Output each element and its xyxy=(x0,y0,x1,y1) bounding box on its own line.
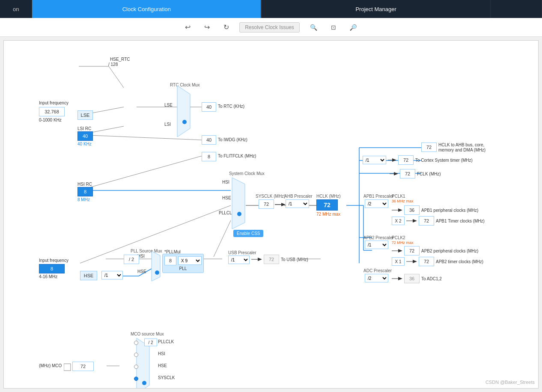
fit-button[interactable]: ⊡ xyxy=(328,22,339,33)
lsi-rtc-label: LSI xyxy=(164,122,171,127)
mco-hse-label: HSE xyxy=(158,363,167,368)
apb1-prescaler-select[interactable]: /2/1/4 xyxy=(365,199,388,208)
cortex-value[interactable]: 72 xyxy=(398,155,414,165)
pll-value[interactable]: 8 xyxy=(164,256,176,265)
pll-mul-select[interactable]: X 9X 2X 3 xyxy=(178,256,202,265)
div128-label: / 128 xyxy=(108,62,118,67)
apb1-timer-value[interactable]: 72 xyxy=(419,216,434,226)
lsi-khz: 40 KHz xyxy=(77,142,92,146)
apb2-timer-value[interactable]: 72 xyxy=(419,257,434,266)
input-freq1-label: Input frequency xyxy=(39,101,68,105)
ahb-prescaler-select[interactable]: /1/2/4/8 xyxy=(286,199,309,208)
svg-point-60 xyxy=(142,381,146,385)
rtc-out-label: To RTC (KHz) xyxy=(218,104,244,109)
apb1-prescaler-label: APB1 Prescaler xyxy=(363,194,394,199)
mco-radio-hse[interactable] xyxy=(134,365,138,369)
adc-arrow xyxy=(392,276,402,281)
hsi-mhz: 8 MHz xyxy=(77,197,90,202)
lse-box[interactable]: LSE xyxy=(77,110,93,120)
flitfclk-label: To FLITFCLK (MHz) xyxy=(218,154,256,158)
mco-pllclk-label: PLLCLK xyxy=(158,339,174,344)
apb2-periph-value[interactable]: 72 xyxy=(404,246,420,255)
hclk-ahb-label: HCLK to AHB bus, core, xyxy=(438,143,484,147)
svg-marker-54 xyxy=(398,277,402,280)
mco-radio-sysclk[interactable] xyxy=(134,377,138,381)
hclk-ahb-value[interactable]: 72 xyxy=(421,143,437,152)
svg-marker-40 xyxy=(281,203,286,206)
apb2-periph-row: 72 APB2 peripheral clocks (MHz) xyxy=(392,246,478,255)
fclk-row: 72 FCLK (MHz) xyxy=(363,169,441,178)
usb-div-select[interactable]: /1 xyxy=(228,255,250,264)
enable-css-button[interactable]: Enable CSS xyxy=(233,230,263,237)
hse-box[interactable]: HSE xyxy=(80,271,97,280)
lsi-value[interactable]: 40 xyxy=(77,131,93,141)
iwdg-label: To IWDG (KHz) xyxy=(218,137,247,142)
apb1-periph-label: APB1 peripheral clocks (MHz) xyxy=(421,208,478,213)
pclk2-max: 72 MHz max xyxy=(392,241,414,245)
redo-button[interactable]: ↪ xyxy=(201,21,213,33)
svg-marker-50 xyxy=(398,249,402,252)
svg-marker-37 xyxy=(232,178,245,229)
mco-radio-hsi[interactable] xyxy=(134,353,138,357)
adc-value[interactable]: 36 xyxy=(404,274,420,283)
adc-prescaler-select[interactable]: /2/4/6/8 xyxy=(365,274,388,282)
apb1-timer-label: APB1 Timer clocks (MHz) xyxy=(436,219,485,223)
zoom-out-button[interactable]: 🔍 xyxy=(346,22,360,33)
svg-line-8 xyxy=(79,156,201,190)
rtc-out-value[interactable]: 40 xyxy=(202,102,216,112)
fclk-value[interactable]: 72 xyxy=(400,169,415,178)
watermark: CSDN @Baker_Streets xyxy=(485,380,535,385)
hclk-ahb-label2: memory and DMA (MHz) xyxy=(438,148,485,152)
rtc-mux-shape xyxy=(175,86,192,137)
lsi-rc-label: LSI RC xyxy=(77,126,91,131)
pclk1-label: PCLK1 xyxy=(392,194,405,199)
usb-arrow xyxy=(251,257,262,261)
pclk2-label: PCLK2 xyxy=(392,235,405,240)
svg-line-1 xyxy=(109,66,124,88)
pll-label: PLL xyxy=(164,266,202,271)
iwdg-value[interactable]: 40 xyxy=(202,135,216,145)
hse-div-select[interactable]: /1 xyxy=(101,271,123,279)
input-freq2-value[interactable]: 8 xyxy=(39,264,65,273)
svg-marker-48 xyxy=(413,219,417,223)
undo-button[interactable]: ↩ xyxy=(182,21,194,33)
nav-project-manager[interactable]: Project Manager xyxy=(261,0,491,18)
hsi-rc-label: HSI RC xyxy=(77,182,92,187)
input-freq1-value[interactable]: 32.768 xyxy=(39,107,65,116)
apb2-timer-label: APB2 timer clocks (MHz) xyxy=(436,259,483,264)
mco-hsi-label: HSI xyxy=(158,351,165,356)
nav-ion[interactable]: on xyxy=(0,0,32,18)
mco-out-label: (MHz) MCO xyxy=(39,363,62,368)
cortex-div-select[interactable]: /1 xyxy=(363,156,386,164)
usb-value[interactable]: 72 xyxy=(264,255,279,264)
main-diagram-area: Input frequency 32.768 0-1000 KHz LSE LS… xyxy=(3,40,539,389)
resolve-clock-button[interactable]: Resolve Clock Issues xyxy=(239,22,300,33)
flitfclk-value[interactable]: 8 xyxy=(202,152,216,161)
adc-label: To ADC1,2 xyxy=(421,276,442,281)
svg-point-36 xyxy=(182,120,187,124)
nav-clock-config[interactable]: Clock Configuration xyxy=(32,0,261,18)
pll-mul-area: 8 X 9X 2X 3 PLL xyxy=(162,254,204,273)
svg-marker-52 xyxy=(413,260,417,263)
hclk-value[interactable]: 72 xyxy=(316,199,338,211)
apb2-periph-arrow xyxy=(392,249,402,253)
mco-div2-box: / 2 xyxy=(144,339,157,346)
refresh-button[interactable]: ↻ xyxy=(220,21,232,33)
x1-box: X 1 xyxy=(392,257,405,266)
apb1-periph-arrow xyxy=(392,208,402,212)
svg-marker-58 xyxy=(258,258,262,261)
svg-marker-35 xyxy=(177,86,190,137)
zoom-in-button[interactable]: 🔍 xyxy=(307,22,321,33)
mco-radio-pllclk[interactable] xyxy=(134,341,138,345)
input-freq1-range: 0-1000 KHz xyxy=(39,118,62,122)
sysclk-value[interactable]: 72 xyxy=(259,199,274,209)
apb1-periph-row: 36 APB1 peripheral clocks (MHz) xyxy=(392,205,478,215)
cortex-arrow xyxy=(388,158,396,162)
pll-mux-shape xyxy=(149,251,162,281)
system-clk-mux-label: System Clock Mux xyxy=(229,171,265,176)
apb1-periph-value[interactable]: 36 xyxy=(404,205,420,215)
mco-value[interactable]: 72 xyxy=(72,362,94,371)
hsi-value-box[interactable]: 8 xyxy=(77,187,93,196)
apb2-prescaler-label: APB2 Prescaler xyxy=(363,235,394,240)
apb2-prescaler-select[interactable]: /1/2 xyxy=(365,241,388,249)
